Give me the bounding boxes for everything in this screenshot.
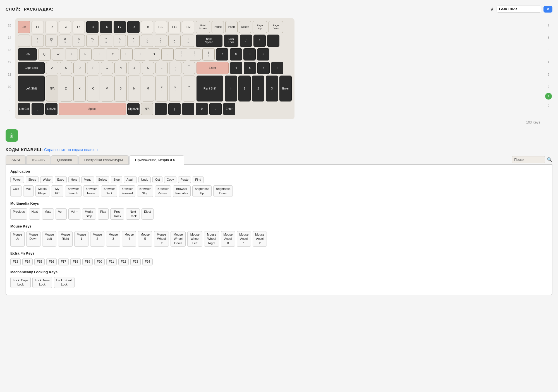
key-6[interactable]: ^6 (100, 35, 112, 47)
kc-f22[interactable]: F22 (118, 258, 129, 265)
key-8[interactable]: *8 (127, 35, 140, 47)
kc-mouse-4[interactable]: Mouse4 (122, 231, 136, 247)
kc-copy[interactable]: Copy (164, 176, 176, 183)
kc-media-player[interactable]: MediaPlayer (35, 185, 49, 197)
kc-f16[interactable]: F16 (46, 258, 57, 265)
key-na-1[interactable]: N/A (46, 76, 58, 101)
key-numpad-minus[interactable]: - (267, 35, 279, 47)
kc-browser-back[interactable]: BrowserBack (101, 185, 117, 197)
key-quote[interactable]: "' (183, 62, 195, 74)
key-super[interactable]:  (32, 103, 44, 115)
key-m[interactable]: M (142, 76, 154, 101)
kc-prev-track[interactable]: PrevTrack (110, 208, 124, 220)
kc-browser-favorites[interactable]: BrowserFavorites (173, 185, 190, 197)
key-r[interactable]: R (79, 48, 92, 61)
key-f4[interactable]: F4 (73, 21, 85, 33)
key-p[interactable]: P (161, 48, 174, 61)
kc-again[interactable]: Again (124, 176, 137, 183)
key-u[interactable]: U (120, 48, 133, 61)
key-semicolon[interactable]: :; (169, 62, 181, 74)
kc-sleep[interactable]: Sleep (26, 176, 39, 183)
key-num-1[interactable]: 1 (238, 76, 251, 101)
kc-mouse-wheel-up[interactable]: MouseWheelUp (154, 231, 169, 247)
key-num-2[interactable]: 2 (252, 76, 264, 101)
key-num-lock[interactable]: NumLock (224, 35, 238, 47)
key-9[interactable]: (9 (141, 35, 153, 47)
kc-f15[interactable]: F15 (34, 258, 45, 265)
key-f2[interactable]: F2 (45, 21, 58, 33)
kc-find[interactable]: Find (193, 176, 203, 183)
key-delete[interactable]: Delete (239, 21, 251, 33)
key-7[interactable]: &7 (114, 35, 126, 47)
key-backtick[interactable]: ~` (18, 35, 30, 47)
key-numpad-asterisk[interactable]: * (253, 35, 266, 47)
clear-button[interactable]: ✕ (543, 6, 552, 13)
kc-calc[interactable]: Calc (10, 185, 21, 197)
key-numpad-enter2[interactable]: Enter (223, 103, 235, 115)
kc-stop[interactable]: Stop (111, 176, 122, 183)
kc-browser-stop[interactable]: BrowserStop (137, 185, 153, 197)
key-num-0[interactable]: 0 (196, 103, 208, 115)
key-v[interactable]: V (101, 76, 113, 101)
key-down-arrow[interactable]: ↓ (168, 103, 181, 115)
kc-f13[interactable]: F13 (10, 258, 21, 265)
kc-mail[interactable]: Mail (23, 185, 34, 197)
key-right-alt[interactable]: Right Alt (127, 103, 140, 115)
tab-keyboard-settings[interactable]: Настройки клавиатуры (78, 155, 129, 164)
kc-browser-home[interactable]: BrowserHome (83, 185, 99, 197)
key-1[interactable]: !1 (32, 35, 44, 47)
key-num-6[interactable]: 6 (257, 62, 270, 74)
key-caps-lock[interactable]: Caps Lock (18, 62, 45, 74)
key-left-ctrl[interactable]: Left Ctrl (18, 103, 30, 115)
key-num-5[interactable]: 5 (244, 62, 256, 74)
kc-f23[interactable]: F23 (130, 258, 141, 265)
kc-paste[interactable]: Paste (178, 176, 191, 183)
key-numpad-plus2[interactable]: + (271, 62, 283, 74)
key-space[interactable]: Space (59, 103, 126, 115)
key-num-7[interactable]: 7 (216, 48, 228, 61)
kc-mouse-down[interactable]: MouseDown (26, 231, 40, 247)
kc-mouse-wheel-right[interactable]: MouseWheelRight (204, 231, 219, 247)
tab-quantum[interactable]: Quantum (51, 155, 78, 164)
key-f10[interactable]: F10 (155, 21, 167, 33)
key-insert[interactable]: Insert (225, 21, 238, 33)
key-d[interactable]: D (73, 62, 86, 74)
kc-mouse-wheel-left[interactable]: MouseWheelLeft (187, 231, 202, 247)
kc-mouse-left[interactable]: MouseLeft (42, 231, 56, 247)
key-enter[interactable]: Enter (197, 62, 229, 74)
kc-browser-forward[interactable]: BrowserForward (119, 185, 135, 197)
key-z[interactable]: Z (60, 76, 72, 101)
key-minus[interactable]: _- (168, 35, 181, 47)
key-b[interactable]: B (114, 76, 127, 101)
trash-button[interactable]: 🗑 (6, 129, 18, 142)
key-num-4[interactable]: 4 (230, 62, 242, 74)
key-left-shift[interactable]: Left Shift (18, 76, 45, 101)
kc-f18[interactable]: F18 (70, 258, 81, 265)
kc-brightness-up[interactable]: BrightnessUp (192, 185, 212, 197)
key-page-down[interactable]: PageDown (269, 21, 283, 33)
key-pause[interactable]: Pause (212, 21, 224, 33)
key-numpad-plus[interactable]: + (257, 48, 269, 61)
key-numpad-enter[interactable]: Enter (279, 76, 292, 101)
kc-mouse-accel-2[interactable]: MouseAccel2 (253, 231, 267, 247)
kc-my-pc[interactable]: MyPC (51, 185, 63, 197)
kc-mouse-1[interactable]: Mouse1 (74, 231, 88, 247)
key-0[interactable]: )0 (155, 35, 167, 47)
kc-browser-search[interactable]: BrowserSearch (65, 185, 81, 197)
key-tab[interactable]: Tab (18, 48, 37, 61)
key-f3[interactable]: F3 (59, 21, 71, 33)
key-f[interactable]: F (87, 62, 99, 74)
kc-mouse-right[interactable]: MouseRight (58, 231, 73, 247)
key-e[interactable]: E (66, 48, 78, 61)
key-num-9[interactable]: 9 (243, 48, 256, 61)
kc-f24[interactable]: F24 (142, 258, 153, 265)
key-backslash[interactable]: |\ (202, 48, 215, 61)
key-print-screen[interactable]: PrintScreen (196, 21, 210, 33)
key-num-3[interactable]: 3 (266, 76, 278, 101)
kc-cut[interactable]: Cut (152, 176, 162, 183)
key-o[interactable]: O (148, 48, 160, 61)
kc-play[interactable]: Play (98, 208, 109, 220)
key-lbracket[interactable]: {[ (175, 48, 187, 61)
key-right-shift[interactable]: Right Shift (197, 76, 223, 101)
kc-f20[interactable]: F20 (94, 258, 105, 265)
